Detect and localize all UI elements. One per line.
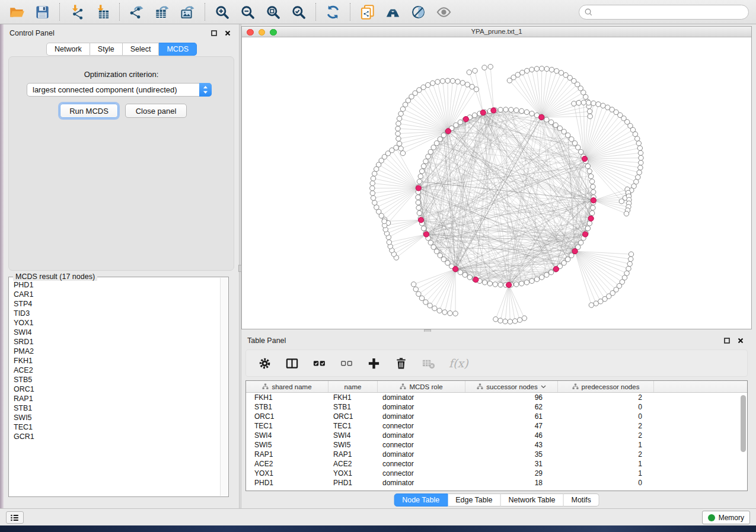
table-row[interactable]: ORC1ORC1dominator610 xyxy=(246,412,747,421)
tab-network[interactable]: Network xyxy=(46,43,90,56)
delete-table-icon xyxy=(422,357,435,370)
export-table-icon[interactable] xyxy=(154,4,170,20)
mcds-result-item[interactable]: STP4 xyxy=(14,299,219,309)
task-history-button[interactable] xyxy=(6,511,24,524)
mcds-result-item[interactable]: STB5 xyxy=(14,375,219,384)
zoom-in-icon[interactable] xyxy=(214,4,230,20)
import-table-icon[interactable] xyxy=(94,4,110,20)
mcds-result-item[interactable]: SWI5 xyxy=(14,413,219,422)
mcds-result-item[interactable]: PMA2 xyxy=(14,347,219,356)
minimize-window-icon[interactable] xyxy=(259,29,266,36)
share-document-icon[interactable] xyxy=(359,4,375,20)
table-cell: PHD1 xyxy=(328,479,378,487)
mcds-result-scrollbar[interactable] xyxy=(220,278,228,496)
table-cell: SWI5 xyxy=(246,441,328,449)
network-canvas[interactable] xyxy=(242,37,751,329)
delete-row-icon[interactable] xyxy=(394,357,408,370)
gear-icon[interactable] xyxy=(258,357,272,370)
mcds-result-item[interactable]: FKH1 xyxy=(14,356,219,366)
maximize-window-icon[interactable] xyxy=(270,29,277,36)
add-row-icon[interactable] xyxy=(367,357,381,370)
table-row[interactable]: TEC1TEC1connector472 xyxy=(246,421,747,431)
tab-motifs[interactable]: Motifs xyxy=(563,493,599,507)
mcds-result-item[interactable]: RAP1 xyxy=(14,394,219,403)
table-cell: TEC1 xyxy=(328,422,378,430)
memory-button[interactable]: Memory xyxy=(702,511,750,524)
table-row[interactable]: PHD1PHD1dominator180 xyxy=(246,478,747,488)
mcds-result-item[interactable]: PHD1 xyxy=(14,280,219,290)
search-input[interactable] xyxy=(596,8,744,17)
export-image-icon[interactable] xyxy=(180,4,196,20)
tab-network-table[interactable]: Network Table xyxy=(501,493,564,507)
node-table-body: FKH1FKH1dominator962STB1STB1dominator620… xyxy=(246,393,747,488)
column-header-shared-name[interactable]: shared name xyxy=(246,381,328,392)
select-all-icon[interactable] xyxy=(312,357,326,370)
open-folder-icon[interactable] xyxy=(9,4,25,20)
show-graphics-details-icon[interactable] xyxy=(436,4,452,20)
network-window-title: YPA_prune.txt_1 xyxy=(471,28,522,35)
mcds-result-item[interactable]: SRD1 xyxy=(14,337,219,347)
table-cell: PHD1 xyxy=(246,479,328,487)
mcds-result-list[interactable]: PHD1CAR1STP4TID3YOX1SWI4SRD1PMA2FKH1ACE2… xyxy=(11,279,219,495)
columns-icon[interactable] xyxy=(285,357,299,370)
criterion-dropdown[interactable]: largest connected component (undirected) xyxy=(27,83,212,97)
zoom-fit-icon[interactable] xyxy=(265,4,281,20)
mcds-result-item[interactable]: GCR1 xyxy=(14,432,219,441)
table-row[interactable]: RAP1RAP1dominator352 xyxy=(246,450,747,459)
mcds-result-item[interactable]: CAR1 xyxy=(14,290,219,299)
hide-graphics-details-icon[interactable] xyxy=(410,4,426,20)
table-cell: dominator xyxy=(378,450,465,459)
table-row[interactable]: FKH1FKH1dominator962 xyxy=(246,393,747,402)
table-cell: ORC1 xyxy=(328,412,378,421)
export-network-icon[interactable] xyxy=(129,4,145,20)
float-table-panel-icon[interactable] xyxy=(723,336,731,345)
tab-edge-table[interactable]: Edge Table xyxy=(448,493,500,507)
node-table[interactable]: shared namenameMCDS rolesuccessor nodesp… xyxy=(245,380,748,491)
search-box[interactable] xyxy=(579,5,749,20)
import-network-icon[interactable] xyxy=(69,4,85,20)
table-row[interactable]: SWI4SWI4dominator462 xyxy=(246,431,747,440)
run-mcds-button[interactable]: Run MCDS xyxy=(60,104,118,118)
table-cell: dominator xyxy=(378,431,465,440)
table-panel-title: Table Panel xyxy=(247,336,286,345)
table-cell: YOX1 xyxy=(246,469,328,477)
table-row[interactable]: YOX1YOX1connector291 xyxy=(246,469,747,478)
binoculars-icon[interactable] xyxy=(385,4,401,20)
tab-mcds[interactable]: MCDS xyxy=(159,43,197,56)
tab-node-table[interactable]: Node Table xyxy=(394,493,448,507)
table-row[interactable]: STB1STB1dominator620 xyxy=(246,402,747,412)
dropdown-stepper-icon xyxy=(199,83,212,97)
network-window-titlebar[interactable]: YPA_prune.txt_1 xyxy=(242,27,751,37)
table-cell: ACE2 xyxy=(328,460,378,468)
close-table-panel-icon[interactable] xyxy=(736,336,745,345)
table-row[interactable]: SWI5SWI5connector431 xyxy=(246,440,747,450)
table-cell: RAP1 xyxy=(328,450,378,459)
save-icon[interactable] xyxy=(34,4,50,20)
float-panel-icon[interactable] xyxy=(210,29,218,37)
mcds-result-item[interactable]: TID3 xyxy=(14,309,219,318)
tab-select[interactable]: Select xyxy=(123,43,160,56)
mcds-result-item[interactable]: ACE2 xyxy=(14,366,219,375)
mcds-result-item[interactable]: TEC1 xyxy=(14,422,219,432)
control-panel-tabs: NetworkStyleSelectMCDS xyxy=(46,43,197,56)
close-window-icon[interactable] xyxy=(247,29,254,36)
mcds-result-item[interactable]: STB1 xyxy=(14,403,219,413)
deselect-all-icon[interactable] xyxy=(340,357,353,370)
close-panel-button[interactable]: Close panel xyxy=(125,104,187,118)
control-panel-title: Control Panel xyxy=(9,29,55,37)
node-table-scrollbar[interactable] xyxy=(741,395,746,452)
tab-style[interactable]: Style xyxy=(90,43,123,56)
mcds-result-item[interactable]: ORC1 xyxy=(14,384,219,394)
table-row[interactable]: ACE2ACE2connector311 xyxy=(246,459,747,469)
zoom-selected-icon[interactable] xyxy=(291,4,307,20)
zoom-out-icon[interactable] xyxy=(240,4,256,20)
refresh-icon[interactable] xyxy=(325,4,341,20)
mcds-result-group: MCDS result (17 nodes) PHD1CAR1STP4TID3Y… xyxy=(8,277,229,497)
close-panel-icon[interactable] xyxy=(224,29,232,37)
column-header-successor-nodes[interactable]: successor nodes xyxy=(465,381,558,392)
column-header-predecessor-nodes[interactable]: predecessor nodes xyxy=(558,381,654,392)
column-header-name[interactable]: name xyxy=(328,381,378,392)
column-header-MCDS-role[interactable]: MCDS role xyxy=(378,381,465,392)
mcds-result-item[interactable]: YOX1 xyxy=(14,318,219,328)
mcds-result-item[interactable]: SWI4 xyxy=(14,328,219,337)
